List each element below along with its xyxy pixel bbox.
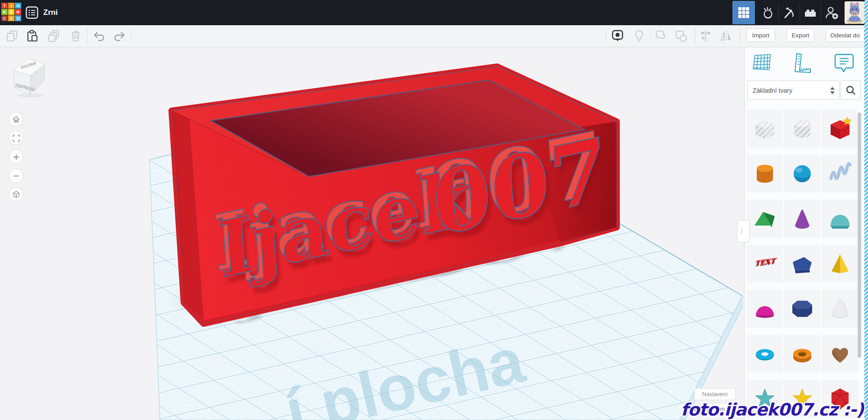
logo-tile: C — [1, 15, 8, 21]
logo-tile: A — [8, 15, 14, 21]
settings-button[interactable]: Nastavení — [694, 388, 736, 400]
topbar: TINKERCAD Zrni — [0, 0, 868, 25]
shape-heart[interactable] — [822, 335, 858, 373]
shape-tube[interactable] — [784, 335, 820, 373]
shape-box-transparent[interactable] — [746, 110, 783, 148]
sphere-icon — [790, 161, 815, 186]
redo-icon[interactable] — [113, 29, 126, 43]
polygon-icon — [790, 251, 815, 276]
shape-polygon[interactable] — [784, 245, 820, 283]
shape-sphere[interactable] — [784, 155, 820, 193]
scene[interactable]: Ijacek 007 í plocha — [0, 47, 743, 420]
import-button[interactable]: Import — [746, 28, 775, 42]
category-label: Základní tvary — [753, 87, 792, 94]
group-icon[interactable] — [654, 29, 668, 43]
heart-icon — [827, 341, 853, 366]
paraboloid-icon — [752, 296, 777, 321]
shape-box[interactable] — [822, 110, 858, 148]
properties-list-icon[interactable] — [25, 6, 39, 19]
shape-roof[interactable] — [746, 200, 783, 238]
logo-tile: I — [8, 3, 14, 9]
panel-scrollbar[interactable] — [858, 113, 861, 358]
shape-cylinder[interactable] — [746, 155, 783, 193]
lego-brick-icon[interactable] — [800, 1, 821, 24]
tube-icon — [790, 341, 815, 366]
avatar[interactable] — [845, 1, 864, 24]
toolbar: Import Export Odeslat do — [0, 25, 868, 47]
delete-icon[interactable] — [69, 29, 82, 43]
design-title[interactable]: Zrni — [43, 8, 58, 17]
cone-icon — [790, 206, 815, 231]
logo-tile: K — [1, 9, 8, 15]
hex-prism-icon — [790, 296, 815, 321]
shape-text[interactable]: TEXTTEXT — [746, 245, 783, 283]
shape-paraboloid[interactable] — [746, 290, 783, 328]
shape-cone[interactable] — [784, 200, 820, 238]
category-select[interactable]: Základní tvary — [747, 81, 840, 100]
egg-icon — [827, 296, 853, 321]
send-to-button[interactable]: Odeslat do — [826, 28, 864, 42]
round-roof-icon — [827, 206, 853, 231]
lightbulb-icon[interactable] — [632, 29, 646, 43]
shape-round-roof[interactable] — [822, 200, 858, 238]
shape-egg[interactable] — [822, 290, 858, 328]
shapes-panel: Základní tvary TEXTTEXT — [744, 47, 865, 420]
box-transparent-icon — [752, 116, 777, 141]
shape-pyramid[interactable] — [822, 245, 858, 283]
mirror-icon[interactable] — [719, 29, 733, 43]
dashboard-grid-icon[interactable] — [732, 1, 755, 24]
search-button[interactable] — [841, 81, 861, 100]
duplicate-icon[interactable] — [47, 29, 61, 43]
copy-icon[interactable] — [5, 29, 19, 43]
logo-tile: R — [15, 9, 21, 15]
scribble-icon — [827, 161, 853, 186]
cylinder-transparent-icon — [790, 116, 815, 141]
logo-tile: E — [8, 9, 14, 15]
export-button[interactable]: Export — [786, 28, 814, 42]
roof-icon — [752, 206, 777, 231]
search-icon — [845, 85, 856, 96]
ruler-icon[interactable] — [791, 51, 813, 74]
shape-hex-prism[interactable] — [784, 290, 820, 328]
svg-text:TEXT: TEXT — [755, 256, 777, 267]
minecraft-pickaxe-icon[interactable] — [779, 1, 800, 24]
view-cube[interactable]: SHORA ZEPŘEDU — [9, 53, 50, 100]
shape-cylinder-transparent[interactable] — [784, 110, 820, 148]
notes-icon[interactable] — [833, 51, 855, 74]
torus-icon — [752, 341, 777, 366]
bell-icon[interactable] — [758, 1, 778, 24]
viewport-canvas[interactable]: Ijacek 007 í plocha — [0, 47, 743, 420]
sort-arrows-icon — [830, 87, 835, 94]
home-view-button[interactable] — [9, 112, 23, 126]
shape-scribble[interactable] — [822, 155, 858, 193]
panel-collapse-chevron[interactable]: 〉 — [737, 220, 750, 243]
fit-view-button[interactable] — [9, 131, 23, 145]
align-icon[interactable] — [699, 29, 713, 43]
invite-person-icon[interactable] — [821, 1, 842, 24]
paste-icon[interactable] — [25, 29, 39, 43]
logo-tile: N — [15, 3, 21, 9]
perspective-button[interactable] — [9, 187, 23, 202]
cylinder-icon — [752, 161, 777, 186]
show-all-icon[interactable] — [611, 29, 624, 43]
watermark: foto.ijacek007.cz :-) — [681, 400, 863, 420]
shape-torus[interactable] — [746, 335, 783, 373]
logo-tile: T — [1, 3, 8, 9]
zoom-out-button[interactable] — [9, 168, 23, 183]
logo-tile: D — [15, 15, 21, 21]
striped-edge-decoration — [864, 0, 868, 420]
undo-icon[interactable] — [92, 29, 106, 43]
workplane-icon[interactable] — [751, 51, 773, 74]
pyramid-icon — [827, 251, 853, 276]
zoom-in-button[interactable] — [9, 149, 23, 164]
ungroup-icon[interactable] — [674, 29, 688, 43]
box-icon — [827, 116, 853, 141]
tinkercad-logo[interactable]: TINKERCAD — [1, 3, 22, 23]
text-icon: TEXTTEXT — [752, 251, 777, 276]
